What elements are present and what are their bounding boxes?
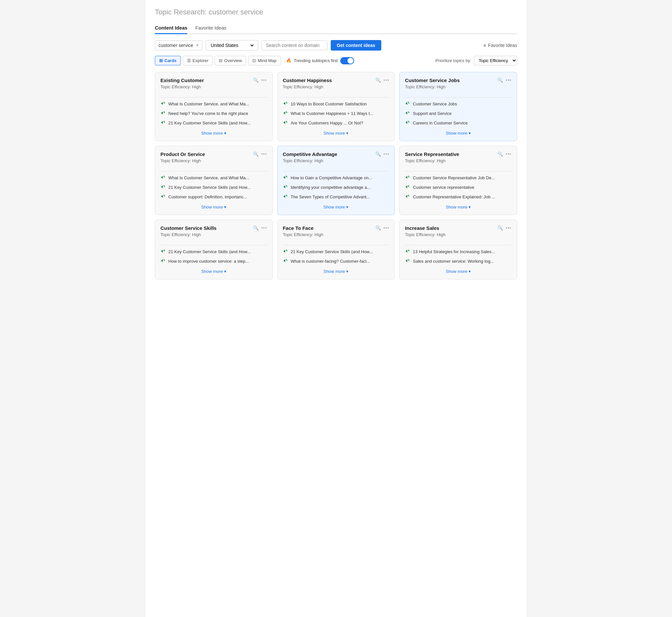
card-increase-sales: Increase Sales🔍•••Topic Efficiency: High… — [399, 220, 517, 279]
tab-content-ideas[interactable]: Content Ideas — [155, 22, 188, 34]
card-item[interactable]: Customer support: Definition, importanc.… — [160, 194, 267, 200]
show-more-button-product-or-service[interactable]: Show more — [160, 205, 267, 209]
card-title-face-to-face: Face To Face — [283, 225, 375, 231]
megaphone-icon — [405, 120, 410, 126]
card-efficiency-face-to-face: Topic Efficiency: High — [283, 232, 389, 237]
card-search-icon-customer-happiness[interactable]: 🔍 — [375, 77, 381, 83]
card-item[interactable]: How to Gain a Competitive Advantage on..… — [283, 175, 389, 181]
show-more-button-customer-service-skills[interactable]: Show more — [160, 269, 267, 274]
page-title-keyword: customer service — [209, 8, 263, 16]
cards-grid: Existing Customer🔍•••Topic Efficiency: H… — [155, 72, 517, 279]
card-more-icon-face-to-face[interactable]: ••• — [384, 225, 389, 230]
card-more-icon-increase-sales[interactable]: ••• — [506, 225, 512, 230]
card-item[interactable]: Customer Representative Explained: Job .… — [405, 194, 512, 200]
card-item[interactable]: What is customer-facing? Customer-faci..… — [283, 258, 389, 264]
card-more-icon-customer-service-jobs[interactable]: ••• — [506, 77, 512, 83]
card-item[interactable]: How to improve customer service: a step.… — [160, 258, 267, 264]
mindmap-icon: ⊡ — [252, 58, 256, 63]
show-more-button-face-to-face[interactable]: Show more — [283, 269, 389, 274]
card-more-icon-product-or-service[interactable]: ••• — [261, 151, 267, 157]
card-search-icon-customer-service-skills[interactable]: 🔍 — [253, 225, 259, 230]
card-efficiency-service-representative: Topic Efficiency: High — [405, 158, 512, 163]
keyword-remove-btn[interactable]: × — [196, 43, 199, 48]
country-select[interactable]: United States — [206, 40, 258, 50]
card-more-icon-competitive-advantage[interactable]: ••• — [384, 151, 389, 157]
card-item[interactable]: What Is Customer Happiness + 11 Ways t..… — [283, 110, 389, 117]
card-search-icon-service-representative[interactable]: 🔍 — [497, 151, 503, 157]
card-item-text: 21 Key Customer Service Skills (and How.… — [291, 249, 373, 254]
card-more-icon-service-representative[interactable]: ••• — [506, 151, 512, 157]
cards-label: Cards — [164, 58, 177, 63]
show-more-button-competitive-advantage[interactable]: Show more — [283, 205, 389, 209]
card-search-icon-product-or-service[interactable]: 🔍 — [253, 151, 259, 157]
card-item-text: 10 Ways to Boost Customer Satisfaction — [291, 101, 367, 107]
show-more-button-customer-happiness[interactable]: Show more — [283, 131, 389, 136]
card-items-customer-service-skills: 21 Key Customer Service Skills (and How.… — [160, 249, 267, 264]
card-search-icon-face-to-face[interactable]: 🔍 — [375, 225, 381, 230]
card-items-product-or-service: What Is Customer Service, and What Ma...… — [160, 175, 267, 200]
card-item[interactable]: What Is Customer Service, and What Ma... — [160, 101, 267, 107]
card-item-text: How to improve customer service: a step.… — [168, 259, 249, 264]
card-item[interactable]: 21 Key Customer Service Skills (and How.… — [160, 184, 267, 190]
card-item[interactable]: 13 Helpful Strategies for Increasing Sal… — [405, 249, 512, 255]
card-actions-existing-customer: 🔍••• — [253, 77, 267, 83]
card-item-text: What Is Customer Happiness + 11 Ways t..… — [291, 111, 373, 116]
card-header-customer-happiness: Customer Happiness🔍••• — [283, 77, 389, 83]
country-dropdown[interactable]: United States — [209, 42, 255, 48]
card-item[interactable]: Need help? You've come to the right plac… — [160, 110, 267, 117]
card-items-face-to-face: 21 Key Customer Service Skills (and How.… — [283, 249, 389, 264]
view-cards-button[interactable]: ⊞ Cards — [155, 56, 181, 65]
card-item[interactable]: 10 Ways to Boost Customer Satisfaction — [283, 101, 389, 107]
card-search-icon-customer-service-jobs[interactable]: 🔍 — [497, 77, 503, 83]
card-item[interactable]: What Is Customer Service, and What Ma... — [160, 175, 267, 181]
show-more-button-customer-service-jobs[interactable]: Show more — [405, 131, 512, 136]
card-item[interactable]: The Seven Types of Competitive Advant... — [283, 194, 389, 200]
view-overview-button[interactable]: ⊟ Overview — [215, 56, 246, 65]
card-item[interactable]: Customer Service Jobs — [405, 101, 512, 107]
card-item[interactable]: 21 Key Customer Service Skills (and How.… — [160, 120, 267, 126]
show-more-button-service-representative[interactable]: Show more — [405, 205, 512, 209]
card-item[interactable]: Support and Service — [405, 110, 512, 117]
megaphone-icon — [160, 184, 166, 190]
card-more-icon-existing-customer[interactable]: ••• — [261, 77, 267, 83]
show-more-button-existing-customer[interactable]: Show more — [160, 131, 267, 136]
card-actions-increase-sales: 🔍••• — [497, 225, 512, 230]
card-search-icon-existing-customer[interactable]: 🔍 — [253, 77, 259, 83]
megaphone-icon — [283, 101, 288, 107]
tab-favorite-ideas[interactable]: Favorite Ideas — [195, 22, 227, 34]
card-item-text: Customer Service Jobs — [413, 101, 457, 107]
card-item[interactable]: Customer Service Representative Job De..… — [405, 175, 512, 181]
megaphone-icon — [160, 110, 166, 117]
card-item[interactable]: Are Your Customers Happy ... Or Not? — [283, 120, 389, 126]
card-search-icon-competitive-advantage[interactable]: 🔍 — [375, 151, 381, 157]
card-header-service-representative: Service Representative🔍••• — [405, 151, 512, 157]
trending-toggle[interactable] — [340, 57, 354, 64]
card-item[interactable]: 21 Key Customer Service Skills (and How.… — [283, 249, 389, 255]
card-customer-happiness: Customer Happiness🔍•••Topic Efficiency: … — [277, 72, 395, 141]
get-content-ideas-button[interactable]: Get content ideas — [331, 40, 381, 50]
view-mindmap-button[interactable]: ⊡ Mind Map — [248, 56, 281, 65]
card-item-text: The Seven Types of Competitive Advant... — [291, 194, 370, 199]
card-item[interactable]: Sales and customer service: Working tog.… — [405, 258, 512, 264]
view-explorer-button[interactable]: ☰ Explorer — [183, 56, 213, 65]
card-item[interactable]: 21 Key Customer Service Skills (and How.… — [160, 249, 267, 255]
card-item-text: Are Your Customers Happy ... Or Not? — [291, 121, 363, 126]
card-more-icon-customer-happiness[interactable]: ••• — [384, 77, 389, 83]
card-actions-customer-service-skills: 🔍••• — [253, 225, 267, 230]
domain-search-input[interactable] — [262, 40, 327, 50]
card-items-increase-sales: 13 Helpful Strategies for Increasing Sal… — [405, 249, 512, 264]
priority-select[interactable]: Topic Efficiency — [474, 56, 517, 65]
card-item-text: Support and Service — [413, 111, 451, 116]
card-item[interactable]: Careers in Customer Service — [405, 120, 512, 126]
card-more-icon-customer-service-skills[interactable]: ••• — [261, 225, 267, 230]
megaphone-icon — [283, 249, 288, 255]
megaphone-icon — [405, 249, 410, 255]
card-title-product-or-service: Product Or Service — [160, 151, 253, 157]
card-search-icon-increase-sales[interactable]: 🔍 — [497, 225, 503, 230]
favorite-ideas-link[interactable]: ≡ Favorite Ideas — [483, 43, 517, 48]
card-item[interactable]: Identifying your competitive advantage a… — [283, 184, 389, 190]
show-more-button-increase-sales[interactable]: Show more — [405, 269, 512, 274]
cards-icon: ⊞ — [159, 58, 163, 63]
card-item-text: Identifying your competitive advantage a… — [291, 185, 371, 190]
card-item[interactable]: Customer service representative — [405, 184, 512, 190]
